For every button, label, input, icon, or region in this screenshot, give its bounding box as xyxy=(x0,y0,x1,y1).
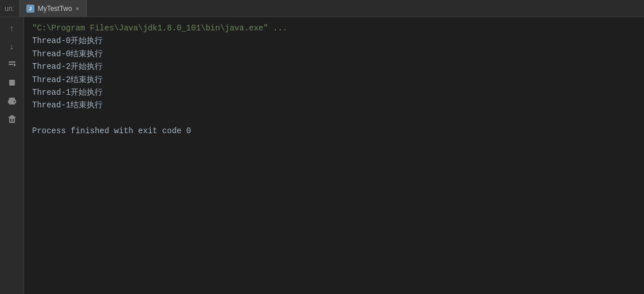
svg-rect-1 xyxy=(9,64,13,65)
run-label: un: xyxy=(0,0,19,17)
tab-title: MyTestTwo xyxy=(38,5,72,13)
delete-button[interactable] xyxy=(4,113,20,129)
up-arrow-icon: ↑ xyxy=(9,24,14,33)
svg-marker-2 xyxy=(14,63,16,67)
tab-icon: J xyxy=(26,5,34,13)
console-line: Thread-0开始执行 xyxy=(32,34,636,47)
down-arrow-icon: ↓ xyxy=(9,42,14,52)
svg-rect-3 xyxy=(9,80,15,86)
svg-rect-7 xyxy=(14,101,15,102)
svg-rect-8 xyxy=(10,115,14,117)
svg-rect-11 xyxy=(10,119,11,122)
console-line: Thread-1结束执行 xyxy=(32,99,636,111)
svg-rect-6 xyxy=(9,102,15,105)
scroll-down-button[interactable]: ↓ xyxy=(4,39,20,55)
console-line: Process finished with exit code 0 xyxy=(32,125,636,137)
app-container: un: J MyTestTwo × ↑ ↓ xyxy=(0,0,644,294)
stop-button[interactable] xyxy=(4,76,20,92)
console-output: "C:\Program Files\Java\jdk1.8.0_101\bin\… xyxy=(24,17,644,294)
tab-bar: un: J MyTestTwo × xyxy=(0,0,644,17)
scroll-up-button[interactable]: ↑ xyxy=(4,21,20,37)
console-line: Thread-2结束执行 xyxy=(32,74,636,86)
svg-rect-9 xyxy=(9,117,15,118)
main-area: ↑ ↓ xyxy=(0,17,644,294)
console-line: "C:\Program Files\Java\jdk1.8.0_101\bin\… xyxy=(32,22,636,34)
svg-rect-10 xyxy=(9,118,15,123)
tab-mytesttwo[interactable]: J MyTestTwo × xyxy=(19,0,87,17)
delete-icon xyxy=(7,115,17,126)
stop-icon xyxy=(7,78,17,90)
rerun-button[interactable] xyxy=(4,57,20,74)
tab-close-button[interactable]: × xyxy=(76,5,79,12)
svg-rect-12 xyxy=(13,119,14,122)
svg-rect-0 xyxy=(9,61,15,63)
console-line xyxy=(32,112,636,125)
console-line: Thread-1开始执行 xyxy=(32,86,636,99)
rerun-icon xyxy=(7,60,17,72)
print-button[interactable] xyxy=(4,94,20,110)
console-line: Thread-0结束执行 xyxy=(32,48,636,60)
console-line: Thread-2开始执行 xyxy=(32,60,636,73)
print-icon xyxy=(7,96,17,108)
sidebar: ↑ ↓ xyxy=(0,17,24,294)
